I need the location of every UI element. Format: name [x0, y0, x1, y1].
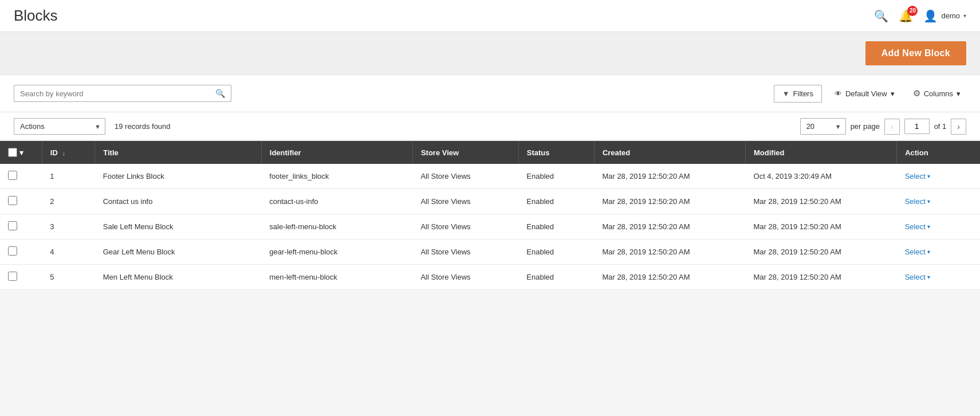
page-of-label: of 1	[934, 122, 947, 131]
row-checkbox-cell	[0, 189, 42, 214]
row-created: Mar 28, 2019 12:50:20 AM	[594, 240, 745, 265]
row-checkbox[interactable]	[8, 246, 17, 256]
th-status[interactable]: Status	[518, 141, 594, 164]
row-created: Mar 28, 2019 12:50:20 AM	[594, 189, 745, 214]
table-row: 4 Gear Left Menu Block gear-left-menu-bl…	[0, 240, 980, 265]
row-select-button[interactable]: Select ▾	[905, 273, 930, 281]
row-select-chevron-icon: ▾	[927, 198, 930, 205]
row-select-label: Select	[905, 273, 926, 281]
row-created: Mar 28, 2019 12:50:20 AM	[594, 164, 745, 189]
table-row: 2 Contact us info contact-us-info All St…	[0, 189, 980, 214]
row-select-button[interactable]: Select ▾	[905, 222, 930, 231]
table-row: 3 Sale Left Menu Block sale-left-menu-bl…	[0, 214, 980, 240]
page-number-input[interactable]	[904, 119, 930, 134]
row-status: Enabled	[518, 214, 594, 240]
row-modified: Oct 4, 2019 3:20:49 AM	[746, 164, 897, 189]
select-all-checkbox[interactable]	[8, 148, 17, 157]
header-right: 🔍 🔔 20 👤 demo ▾	[874, 9, 966, 23]
row-id: 5	[42, 265, 95, 290]
row-select-button[interactable]: Select ▾	[905, 248, 930, 256]
blocks-table: ▾ ID ↓ Title Identifier Store View Statu…	[0, 141, 980, 290]
row-id: 4	[42, 240, 95, 265]
row-select-label: Select	[905, 222, 926, 231]
add-new-block-button[interactable]: Add New Block	[865, 41, 966, 65]
row-identifier: contact-us-info	[261, 189, 412, 214]
row-identifier: men-left-menu-block	[261, 265, 412, 290]
per-page-select[interactable]: 20	[800, 118, 846, 135]
th-identifier[interactable]: Identifier	[261, 141, 412, 164]
row-status: Enabled	[518, 164, 594, 189]
th-modified[interactable]: Modified	[746, 141, 897, 164]
search-box-icon: 🔍	[215, 89, 225, 98]
user-icon: 👤	[923, 9, 938, 23]
row-action-cell: Select ▾	[897, 164, 980, 189]
row-store-view: All Store Views	[412, 164, 518, 189]
row-checkbox[interactable]	[8, 196, 17, 205]
notification-bell[interactable]: 🔔 20	[899, 9, 913, 23]
th-created[interactable]: Created	[594, 141, 745, 164]
row-id: 3	[42, 214, 95, 240]
row-created: Mar 28, 2019 12:50:20 AM	[594, 265, 745, 290]
pagination-right: 20 ▼ per page ‹ of 1 ›	[800, 118, 966, 135]
per-page-wrapper: 20 ▼	[800, 118, 846, 135]
row-checkbox-cell	[0, 240, 42, 265]
row-id: 2	[42, 189, 95, 214]
row-identifier: footer_links_block	[261, 164, 412, 189]
toolbar-banner: Add New Block	[0, 32, 980, 75]
row-select-chevron-icon: ▾	[927, 173, 930, 179]
row-identifier: sale-left-menu-block	[261, 214, 412, 240]
table-body: 1 Footer Links Block footer_links_block …	[0, 164, 980, 290]
row-select-button[interactable]: Select ▾	[905, 172, 930, 180]
row-action-cell: Select ▾	[897, 189, 980, 214]
row-modified: Mar 28, 2019 12:50:20 AM	[746, 214, 897, 240]
eye-icon: 👁	[835, 89, 842, 98]
row-status: Enabled	[518, 189, 594, 214]
user-name: demo	[941, 11, 960, 20]
gear-icon: ⚙	[913, 88, 920, 99]
sort-icon: ↓	[62, 150, 65, 156]
row-checkbox[interactable]	[8, 272, 17, 281]
row-title: Gear Left Menu Block	[95, 240, 262, 265]
th-id: ID ↓	[42, 141, 95, 164]
filters-row: 🔍 ▼ Filters 👁 Default View ▾ ⚙ Columns ▾	[0, 75, 980, 112]
row-modified: Mar 28, 2019 12:50:20 AM	[746, 240, 897, 265]
row-identifier: gear-left-menu-block	[261, 240, 412, 265]
search-box: 🔍	[14, 85, 231, 102]
columns-button[interactable]: ⚙ Columns ▾	[907, 84, 966, 103]
filters-button[interactable]: ▼ Filters	[774, 85, 822, 103]
row-title: Sale Left Menu Block	[95, 214, 262, 240]
row-checkbox[interactable]	[8, 221, 17, 230]
row-store-view: All Store Views	[412, 240, 518, 265]
default-view-button[interactable]: 👁 Default View ▾	[829, 85, 900, 102]
global-search-button[interactable]: 🔍	[874, 9, 888, 23]
columns-label: Columns	[924, 89, 953, 98]
search-input[interactable]	[20, 89, 215, 98]
row-title: Contact us info	[95, 189, 262, 214]
row-select-chevron-icon: ▾	[927, 223, 930, 230]
row-store-view: All Store Views	[412, 214, 518, 240]
per-page-label: per page	[851, 122, 880, 131]
filter-icon: ▼	[782, 89, 790, 98]
actions-select[interactable]: Actions	[14, 118, 105, 135]
th-title[interactable]: Title	[95, 141, 262, 164]
row-checkbox[interactable]	[8, 171, 17, 180]
row-id: 1	[42, 164, 95, 189]
row-select-chevron-icon: ▾	[927, 274, 930, 280]
columns-chevron-icon: ▾	[957, 89, 961, 98]
th-checkbox: ▾	[0, 141, 42, 164]
prev-page-button[interactable]: ‹	[884, 119, 900, 135]
row-select-label: Select	[905, 248, 926, 256]
row-action-cell: Select ▾	[897, 265, 980, 290]
th-store-view[interactable]: Store View	[412, 141, 518, 164]
table-container: ▾ ID ↓ Title Identifier Store View Statu…	[0, 141, 980, 290]
row-select-label: Select	[905, 197, 926, 206]
row-action-cell: Select ▾	[897, 214, 980, 240]
row-action-cell: Select ▾	[897, 240, 980, 265]
user-menu[interactable]: 👤 demo ▾	[923, 9, 966, 23]
row-modified: Mar 28, 2019 12:50:20 AM	[746, 265, 897, 290]
next-page-button[interactable]: ›	[951, 119, 966, 135]
view-chevron-icon: ▾	[891, 89, 895, 98]
row-select-button[interactable]: Select ▾	[905, 197, 930, 206]
row-created: Mar 28, 2019 12:50:20 AM	[594, 214, 745, 240]
view-label: Default View	[845, 89, 887, 98]
